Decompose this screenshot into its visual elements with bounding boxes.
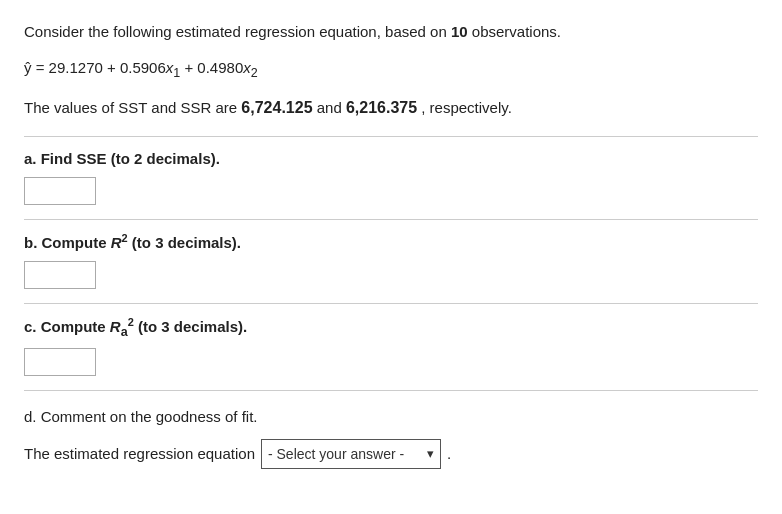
part-d-text: Comment on the goodness of fit. bbox=[41, 408, 258, 425]
part-a-input[interactable] bbox=[24, 177, 96, 205]
equation-line: ŷ = 29.1270 + 0.5906x1 + 0.4980x2 bbox=[24, 54, 758, 85]
intro-text: Consider the following estimated regress… bbox=[24, 23, 447, 40]
chevron-down-icon: ▾ bbox=[427, 444, 434, 465]
obs-number: 10 bbox=[451, 23, 468, 40]
values-line: The values of SST and SSR are 6,724.125 … bbox=[24, 95, 758, 121]
divider-d bbox=[24, 390, 758, 391]
part-d: d. Comment on the goodness of fit. bbox=[24, 405, 758, 429]
divider-b bbox=[24, 219, 758, 220]
part-b: b. Compute R2 (to 3 decimals). bbox=[24, 230, 758, 289]
part-a-label: a. Find SSE (to 2 decimals). bbox=[24, 147, 758, 171]
answer-select[interactable]: - Select your answer - ▾ bbox=[261, 439, 441, 469]
ssr-value: 6,216.375 bbox=[346, 99, 417, 116]
dropdown-prefix-text: The estimated regression equation bbox=[24, 442, 255, 466]
values-mid: and bbox=[317, 99, 342, 116]
select-placeholder: - Select your answer - bbox=[268, 443, 404, 465]
question-intro: Consider the following estimated regress… bbox=[24, 20, 758, 44]
part-a-text: Find SSE (to 2 decimals). bbox=[41, 150, 220, 167]
part-c-label: c. Compute Ra2 (to 3 decimals). bbox=[24, 314, 758, 342]
part-c-input[interactable] bbox=[24, 348, 96, 376]
obs-suffix: observations. bbox=[472, 23, 561, 40]
part-b-label: b. Compute R2 (to 3 decimals). bbox=[24, 230, 758, 255]
part-a: a. Find SSE (to 2 decimals). bbox=[24, 147, 758, 205]
values-suffix: , respectively. bbox=[421, 99, 512, 116]
values-prefix: The values of SST and SSR are bbox=[24, 99, 237, 116]
dropdown-suffix-text: . bbox=[447, 442, 451, 466]
part-c: c. Compute Ra2 (to 3 decimals). bbox=[24, 314, 758, 376]
dropdown-line: The estimated regression equation - Sele… bbox=[24, 439, 758, 469]
divider-a bbox=[24, 136, 758, 137]
sst-value: 6,724.125 bbox=[241, 99, 312, 116]
divider-c bbox=[24, 303, 758, 304]
content-area: Consider the following estimated regress… bbox=[24, 20, 758, 469]
part-b-input[interactable] bbox=[24, 261, 96, 289]
equation-text: ŷ = 29.1270 + 0.5906x1 + 0.4980x2 bbox=[24, 59, 258, 76]
